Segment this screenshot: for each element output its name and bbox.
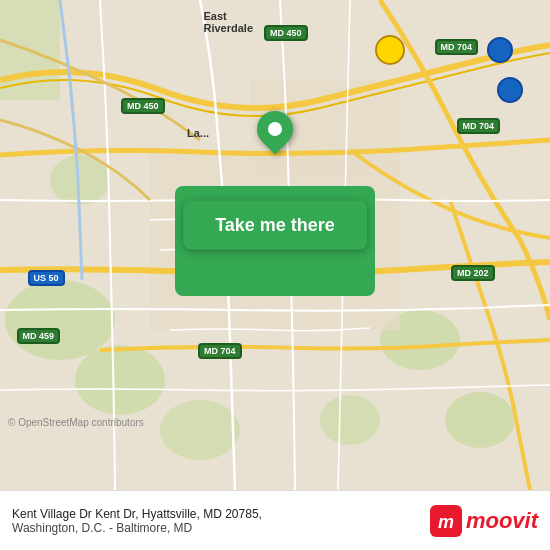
city-line: Washington, D.C. - Baltimore, MD [12,521,418,535]
svg-text:m: m [438,512,454,532]
road-badge-md202: MD 202 [451,265,495,281]
road-badge-md704-top: MD 704 [435,39,479,55]
svg-point-4 [445,392,515,448]
location-pin [257,111,293,147]
svg-point-12 [488,38,512,62]
place-label-landover: La... [187,127,209,139]
svg-point-11 [376,36,404,64]
take-me-there-button[interactable]: Take me there [183,201,367,250]
osm-credit: © OpenStreetMap contributors [8,417,144,428]
road-badge-md450-mid: MD 450 [121,98,165,114]
moovit-logo: m moovit [430,505,538,537]
road-badge-md459: MD 459 [17,328,61,344]
road-badge-md704-right: MD 704 [457,118,501,134]
address-line: Kent Village Dr Kent Dr, Hyattsville, MD… [12,507,418,521]
moovit-icon: m [430,505,462,537]
moovit-brand-text: moovit [466,508,538,534]
road-badge-md704-bot: MD 704 [198,343,242,359]
svg-point-5 [320,395,380,445]
place-label-east-riverdale: EastRiverdale [204,10,254,34]
svg-point-6 [160,400,240,460]
road-badge-md450-top: MD 450 [264,25,308,41]
bottom-bar: Kent Village Dr Kent Dr, Hyattsville, MD… [0,490,550,550]
road-badge-us50: US 50 [28,270,65,286]
address-section: Kent Village Dr Kent Dr, Hyattsville, MD… [12,507,418,535]
svg-point-2 [75,345,165,415]
svg-point-1 [5,280,115,360]
svg-point-13 [498,78,522,102]
map-container: MD 450 MD 450 MD 704 MD 704 MD 704 MD 70… [0,0,550,490]
